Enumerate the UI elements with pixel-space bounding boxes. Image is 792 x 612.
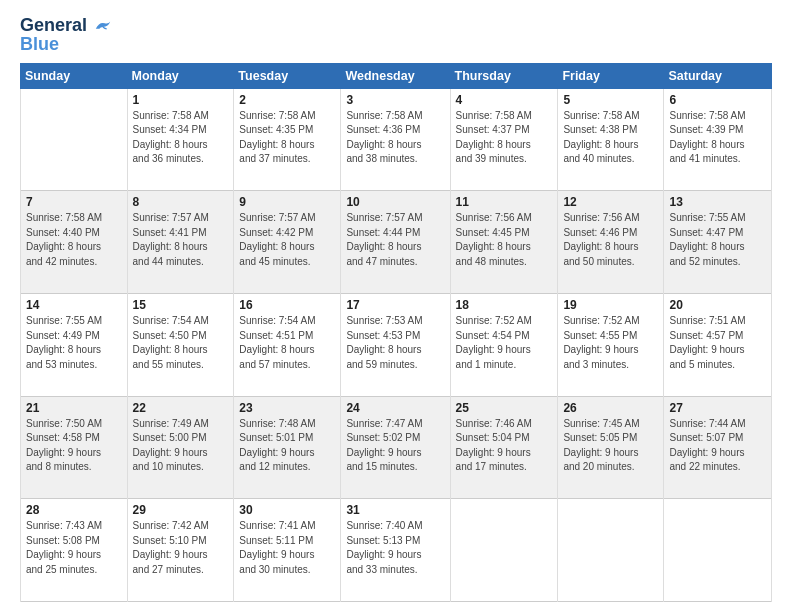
day-cell: 14Sunrise: 7:55 AMSunset: 4:49 PMDayligh… bbox=[21, 294, 128, 397]
weekday-sunday: Sunday bbox=[21, 63, 128, 88]
day-cell: 7Sunrise: 7:58 AMSunset: 4:40 PMDaylight… bbox=[21, 191, 128, 294]
day-info: Sunrise: 7:49 AMSunset: 5:00 PMDaylight:… bbox=[133, 417, 229, 475]
page: General Blue SundayMondayTuesdayWednesda… bbox=[0, 0, 792, 612]
day-number: 13 bbox=[669, 195, 766, 209]
day-cell: 5Sunrise: 7:58 AMSunset: 4:38 PMDaylight… bbox=[558, 88, 664, 191]
day-number: 3 bbox=[346, 93, 444, 107]
day-cell: 18Sunrise: 7:52 AMSunset: 4:54 PMDayligh… bbox=[450, 294, 558, 397]
logo-blue: Blue bbox=[20, 34, 59, 55]
weekday-header-row: SundayMondayTuesdayWednesdayThursdayFrid… bbox=[21, 63, 772, 88]
day-number: 27 bbox=[669, 401, 766, 415]
day-cell: 19Sunrise: 7:52 AMSunset: 4:55 PMDayligh… bbox=[558, 294, 664, 397]
day-number: 11 bbox=[456, 195, 553, 209]
day-info: Sunrise: 7:42 AMSunset: 5:10 PMDaylight:… bbox=[133, 519, 229, 577]
day-info: Sunrise: 7:57 AMSunset: 4:42 PMDaylight:… bbox=[239, 211, 335, 269]
day-number: 29 bbox=[133, 503, 229, 517]
day-number: 28 bbox=[26, 503, 122, 517]
day-info: Sunrise: 7:57 AMSunset: 4:41 PMDaylight:… bbox=[133, 211, 229, 269]
day-cell: 6Sunrise: 7:58 AMSunset: 4:39 PMDaylight… bbox=[664, 88, 772, 191]
day-number: 12 bbox=[563, 195, 658, 209]
day-cell: 12Sunrise: 7:56 AMSunset: 4:46 PMDayligh… bbox=[558, 191, 664, 294]
day-cell: 8Sunrise: 7:57 AMSunset: 4:41 PMDaylight… bbox=[127, 191, 234, 294]
weekday-monday: Monday bbox=[127, 63, 234, 88]
day-cell: 28Sunrise: 7:43 AMSunset: 5:08 PMDayligh… bbox=[21, 499, 128, 602]
day-info: Sunrise: 7:58 AMSunset: 4:36 PMDaylight:… bbox=[346, 109, 444, 167]
weekday-wednesday: Wednesday bbox=[341, 63, 450, 88]
day-cell: 2Sunrise: 7:58 AMSunset: 4:35 PMDaylight… bbox=[234, 88, 341, 191]
day-info: Sunrise: 7:41 AMSunset: 5:11 PMDaylight:… bbox=[239, 519, 335, 577]
day-cell: 25Sunrise: 7:46 AMSunset: 5:04 PMDayligh… bbox=[450, 396, 558, 499]
logo-bird-icon bbox=[94, 19, 112, 33]
day-number: 20 bbox=[669, 298, 766, 312]
day-info: Sunrise: 7:52 AMSunset: 4:55 PMDaylight:… bbox=[563, 314, 658, 372]
day-cell: 15Sunrise: 7:54 AMSunset: 4:50 PMDayligh… bbox=[127, 294, 234, 397]
day-number: 24 bbox=[346, 401, 444, 415]
day-cell bbox=[664, 499, 772, 602]
day-cell: 27Sunrise: 7:44 AMSunset: 5:07 PMDayligh… bbox=[664, 396, 772, 499]
day-cell: 13Sunrise: 7:55 AMSunset: 4:47 PMDayligh… bbox=[664, 191, 772, 294]
header: General Blue bbox=[20, 16, 772, 55]
day-number: 21 bbox=[26, 401, 122, 415]
day-info: Sunrise: 7:56 AMSunset: 4:46 PMDaylight:… bbox=[563, 211, 658, 269]
day-cell: 31Sunrise: 7:40 AMSunset: 5:13 PMDayligh… bbox=[341, 499, 450, 602]
weekday-friday: Friday bbox=[558, 63, 664, 88]
day-number: 9 bbox=[239, 195, 335, 209]
day-info: Sunrise: 7:53 AMSunset: 4:53 PMDaylight:… bbox=[346, 314, 444, 372]
day-number: 30 bbox=[239, 503, 335, 517]
day-cell bbox=[450, 499, 558, 602]
week-row-3: 14Sunrise: 7:55 AMSunset: 4:49 PMDayligh… bbox=[21, 294, 772, 397]
day-info: Sunrise: 7:56 AMSunset: 4:45 PMDaylight:… bbox=[456, 211, 553, 269]
day-info: Sunrise: 7:54 AMSunset: 4:51 PMDaylight:… bbox=[239, 314, 335, 372]
day-info: Sunrise: 7:46 AMSunset: 5:04 PMDaylight:… bbox=[456, 417, 553, 475]
day-number: 26 bbox=[563, 401, 658, 415]
weekday-thursday: Thursday bbox=[450, 63, 558, 88]
day-cell: 22Sunrise: 7:49 AMSunset: 5:00 PMDayligh… bbox=[127, 396, 234, 499]
day-cell: 21Sunrise: 7:50 AMSunset: 4:58 PMDayligh… bbox=[21, 396, 128, 499]
weekday-tuesday: Tuesday bbox=[234, 63, 341, 88]
day-number: 22 bbox=[133, 401, 229, 415]
day-info: Sunrise: 7:58 AMSunset: 4:34 PMDaylight:… bbox=[133, 109, 229, 167]
day-info: Sunrise: 7:58 AMSunset: 4:40 PMDaylight:… bbox=[26, 211, 122, 269]
day-number: 15 bbox=[133, 298, 229, 312]
day-info: Sunrise: 7:58 AMSunset: 4:35 PMDaylight:… bbox=[239, 109, 335, 167]
day-cell: 23Sunrise: 7:48 AMSunset: 5:01 PMDayligh… bbox=[234, 396, 341, 499]
day-cell: 17Sunrise: 7:53 AMSunset: 4:53 PMDayligh… bbox=[341, 294, 450, 397]
day-cell: 4Sunrise: 7:58 AMSunset: 4:37 PMDaylight… bbox=[450, 88, 558, 191]
week-row-1: 1Sunrise: 7:58 AMSunset: 4:34 PMDaylight… bbox=[21, 88, 772, 191]
day-info: Sunrise: 7:52 AMSunset: 4:54 PMDaylight:… bbox=[456, 314, 553, 372]
day-info: Sunrise: 7:44 AMSunset: 5:07 PMDaylight:… bbox=[669, 417, 766, 475]
day-number: 7 bbox=[26, 195, 122, 209]
day-number: 4 bbox=[456, 93, 553, 107]
day-info: Sunrise: 7:40 AMSunset: 5:13 PMDaylight:… bbox=[346, 519, 444, 577]
day-number: 16 bbox=[239, 298, 335, 312]
day-cell bbox=[21, 88, 128, 191]
day-info: Sunrise: 7:45 AMSunset: 5:05 PMDaylight:… bbox=[563, 417, 658, 475]
day-info: Sunrise: 7:57 AMSunset: 4:44 PMDaylight:… bbox=[346, 211, 444, 269]
day-cell: 16Sunrise: 7:54 AMSunset: 4:51 PMDayligh… bbox=[234, 294, 341, 397]
week-row-5: 28Sunrise: 7:43 AMSunset: 5:08 PMDayligh… bbox=[21, 499, 772, 602]
day-cell bbox=[558, 499, 664, 602]
day-info: Sunrise: 7:55 AMSunset: 4:49 PMDaylight:… bbox=[26, 314, 122, 372]
day-info: Sunrise: 7:48 AMSunset: 5:01 PMDaylight:… bbox=[239, 417, 335, 475]
day-cell: 11Sunrise: 7:56 AMSunset: 4:45 PMDayligh… bbox=[450, 191, 558, 294]
day-number: 23 bbox=[239, 401, 335, 415]
day-number: 1 bbox=[133, 93, 229, 107]
day-cell: 26Sunrise: 7:45 AMSunset: 5:05 PMDayligh… bbox=[558, 396, 664, 499]
day-cell: 20Sunrise: 7:51 AMSunset: 4:57 PMDayligh… bbox=[664, 294, 772, 397]
day-number: 19 bbox=[563, 298, 658, 312]
day-info: Sunrise: 7:43 AMSunset: 5:08 PMDaylight:… bbox=[26, 519, 122, 577]
week-row-4: 21Sunrise: 7:50 AMSunset: 4:58 PMDayligh… bbox=[21, 396, 772, 499]
day-cell: 29Sunrise: 7:42 AMSunset: 5:10 PMDayligh… bbox=[127, 499, 234, 602]
week-row-2: 7Sunrise: 7:58 AMSunset: 4:40 PMDaylight… bbox=[21, 191, 772, 294]
day-info: Sunrise: 7:58 AMSunset: 4:37 PMDaylight:… bbox=[456, 109, 553, 167]
day-number: 2 bbox=[239, 93, 335, 107]
day-info: Sunrise: 7:50 AMSunset: 4:58 PMDaylight:… bbox=[26, 417, 122, 475]
day-cell: 30Sunrise: 7:41 AMSunset: 5:11 PMDayligh… bbox=[234, 499, 341, 602]
day-cell: 10Sunrise: 7:57 AMSunset: 4:44 PMDayligh… bbox=[341, 191, 450, 294]
day-cell: 1Sunrise: 7:58 AMSunset: 4:34 PMDaylight… bbox=[127, 88, 234, 191]
day-number: 25 bbox=[456, 401, 553, 415]
day-info: Sunrise: 7:55 AMSunset: 4:47 PMDaylight:… bbox=[669, 211, 766, 269]
day-number: 31 bbox=[346, 503, 444, 517]
day-number: 8 bbox=[133, 195, 229, 209]
day-number: 18 bbox=[456, 298, 553, 312]
